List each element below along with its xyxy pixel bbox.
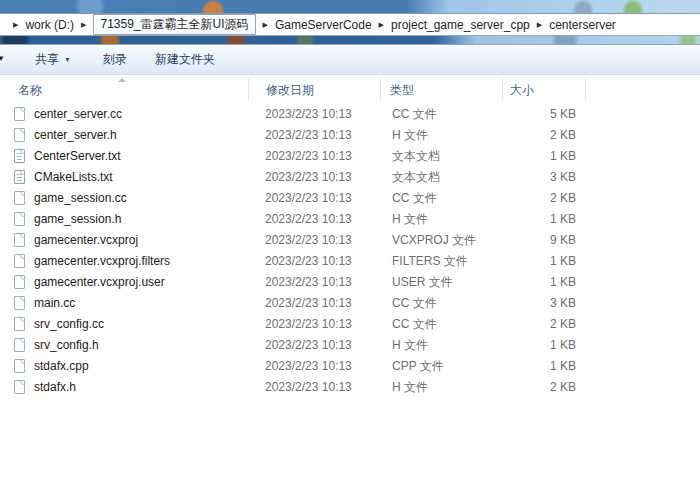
file-type: CC 文件 [392,293,437,314]
file-name: gamecenter.vcxproj.filters [34,251,170,272]
breadcrumb-item[interactable]: centerserver [547,18,618,32]
file-row[interactable]: srv_config.h2023/2/23 10:13H 文件1 KB [0,335,700,356]
file-type: H 文件 [392,125,428,146]
column-resize-handle[interactable] [502,78,503,101]
file-name: center_server.h [34,125,117,146]
file-date: 2023/2/23 10:13 [265,251,352,272]
share-button[interactable]: 共享▼ [35,45,71,74]
breadcrumb-item[interactable]: GameServerCode [273,18,374,32]
file-row[interactable]: CMakeLists.txt2023/2/23 10:13文本文档3 KB [0,167,700,188]
desktop-wallpaper-strip-mid [0,36,700,44]
column-resize-handle[interactable] [585,78,586,101]
file-type: CPP 文件 [392,356,444,377]
file-name: gamecenter.vcxproj.user [34,272,165,293]
file-icon [14,338,25,352]
file-row[interactable]: gamecenter.vcxproj2023/2/23 10:13VCXPROJ… [0,230,700,251]
file-row[interactable]: game_session.cc2023/2/23 10:13CC 文件2 KB [0,188,700,209]
chevron-down-icon: ▼ [64,56,71,63]
file-type: H 文件 [392,377,428,398]
file-type: FILTERS 文件 [392,251,468,272]
file-icon [14,233,25,247]
file-row[interactable]: game_session.h2023/2/23 10:13H 文件1 KB [0,209,700,230]
file-name: game_session.h [34,209,121,230]
file-size: 1 KB [500,209,576,230]
file-date: 2023/2/23 10:13 [265,356,352,377]
file-date: 2023/2/23 10:13 [265,209,352,230]
file-size: 2 KB [500,377,576,398]
file-size: 1 KB [500,251,576,272]
breadcrumb: ▶work (D:)▶71359_雷霆霸主全新UI源码▶GameServerCo… [8,14,618,35]
file-row[interactable]: srv_config.cc2023/2/23 10:13CC 文件2 KB [0,314,700,335]
file-size: 1 KB [500,272,576,293]
file-row[interactable]: stdafx.h2023/2/23 10:13H 文件2 KB [0,377,700,398]
file-row[interactable]: gamecenter.vcxproj.filters2023/2/23 10:1… [0,251,700,272]
breadcrumb-arrow-icon: ▶ [379,21,384,29]
file-name: center_server.cc [34,104,122,125]
file-type: CC 文件 [392,188,437,209]
file-size: 1 KB [500,146,576,167]
file-icon [14,296,25,310]
file-type: 文本文档 [392,167,440,188]
column-resize-handle[interactable] [380,78,381,101]
file-row[interactable]: center_server.cc2023/2/23 10:13CC 文件5 KB [0,104,700,125]
text-file-icon [14,149,25,163]
file-date: 2023/2/23 10:13 [265,335,352,356]
new-folder-button[interactable]: 新建文件夹 [155,45,215,74]
file-date: 2023/2/23 10:13 [265,377,352,398]
breadcrumb-arrow-icon: ▶ [81,21,86,29]
breadcrumb-item[interactable]: project_game_server_cpp [389,18,532,32]
file-list: center_server.cc2023/2/23 10:13CC 文件5 KB… [0,104,700,398]
file-name: CMakeLists.txt [34,167,113,188]
file-size: 2 KB [500,125,576,146]
file-type: CC 文件 [392,104,437,125]
column-header-row: 名称 修改日期 类型 大小 [0,75,700,103]
file-size: 1 KB [500,335,576,356]
file-row[interactable]: center_server.h2023/2/23 10:13H 文件2 KB [0,125,700,146]
file-date: 2023/2/23 10:13 [265,125,352,146]
file-size: 2 KB [500,314,576,335]
file-icon [14,254,25,268]
file-row[interactable]: CenterServer.txt2023/2/23 10:13文本文档1 KB [0,146,700,167]
breadcrumb-arrow-icon: ▶ [263,21,268,29]
column-header-name[interactable]: 名称 [18,75,42,103]
file-name: main.cc [34,293,75,314]
file-icon [14,380,25,394]
file-row[interactable]: stdafx.cpp2023/2/23 10:13CPP 文件1 KB [0,356,700,377]
breadcrumb-arrow-icon: ▶ [13,21,18,29]
file-icon [14,128,25,142]
file-date: 2023/2/23 10:13 [265,146,352,167]
file-icon [14,191,25,205]
file-date: 2023/2/23 10:13 [265,167,352,188]
share-button-label: 共享 [35,52,59,66]
file-name: stdafx.h [34,377,76,398]
file-name: gamecenter.vcxproj [34,230,138,251]
file-icon [14,317,25,331]
file-date: 2023/2/23 10:13 [265,188,352,209]
file-size: 1 KB [500,356,576,377]
file-type: H 文件 [392,335,428,356]
file-size: 3 KB [500,167,576,188]
file-name: CenterServer.txt [34,146,121,167]
file-icon [14,212,25,226]
cropped-dropdown-arrow-icon: ▼ [0,54,5,63]
file-icon [14,275,25,289]
file-date: 2023/2/23 10:13 [265,293,352,314]
file-row[interactable]: main.cc2023/2/23 10:13CC 文件3 KB [0,293,700,314]
desktop-wallpaper-strip-top [0,0,700,13]
file-row[interactable]: gamecenter.vcxproj.user2023/2/23 10:13US… [0,272,700,293]
column-header-type[interactable]: 类型 [390,75,414,103]
breadcrumb-item[interactable]: work (D:) [23,18,76,32]
column-header-size[interactable]: 大小 [510,75,534,103]
file-date: 2023/2/23 10:13 [265,314,352,335]
column-header-date[interactable]: 修改日期 [266,75,314,103]
file-name: game_session.cc [34,188,127,209]
burn-button[interactable]: 刻录 [103,45,127,74]
file-type: CC 文件 [392,314,437,335]
file-name: stdafx.cpp [34,356,89,377]
file-size: 2 KB [500,188,576,209]
column-resize-handle[interactable] [248,78,249,101]
file-type: H 文件 [392,209,428,230]
file-name: srv_config.h [34,335,99,356]
file-icon [14,359,25,373]
breadcrumb-item[interactable]: 71359_雷霆霸主全新UI源码 [93,14,255,35]
